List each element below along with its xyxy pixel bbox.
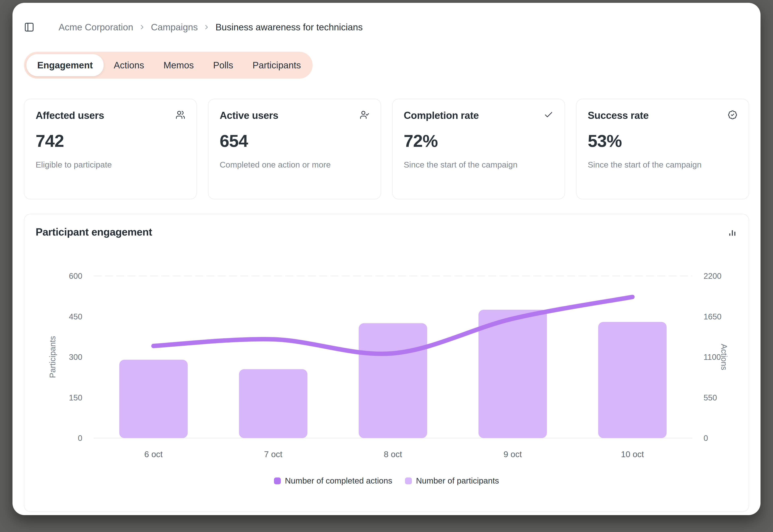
svg-text:10 oct: 10 oct (621, 450, 644, 459)
stat-cards-row: Affected users 742 Eligible to participa… (24, 99, 749, 199)
stat-card-title: Success rate (588, 110, 649, 121)
svg-text:6 oct: 6 oct (144, 450, 163, 459)
tab-actions[interactable]: Actions (104, 54, 153, 76)
svg-text:0: 0 (78, 434, 82, 442)
svg-text:Actions: Actions (720, 344, 729, 370)
stat-card-value: 742 (36, 131, 185, 151)
users-icon (175, 110, 185, 120)
check-icon (544, 110, 553, 120)
tab-memos[interactable]: Memos (154, 54, 203, 76)
stat-card-affected-users: Affected users 742 Eligible to participa… (24, 99, 197, 199)
chart-type-button[interactable] (727, 227, 737, 237)
tab-bar: Engagement Actions Memos Polls Participa… (24, 52, 313, 79)
tab-participants[interactable]: Participants (243, 54, 310, 76)
stat-card-value: 72% (404, 131, 553, 151)
legend-swatch-participants (405, 477, 412, 484)
panel-left-icon (24, 22, 34, 32)
breadcrumb: Acme Corporation Campaigns Business awar… (59, 22, 363, 33)
breadcrumb-item-acme-corporation[interactable]: Acme Corporation (59, 22, 133, 33)
stat-card-subtitle: Since the start of the campaign (588, 160, 737, 170)
chevron-right-icon (138, 24, 146, 31)
stat-card-title: Active users (220, 110, 278, 121)
svg-text:8 oct: 8 oct (384, 450, 402, 459)
svg-text:450: 450 (69, 312, 82, 321)
stat-card-completion-rate: Completion rate 72% Since the start of t… (392, 99, 565, 199)
legend-item-0: Number of completed actions (274, 476, 392, 486)
legend-label-completed-actions: Number of completed actions (285, 476, 392, 486)
chart-legend: Number of completed actions Number of pa… (36, 476, 737, 486)
svg-text:1650: 1650 (704, 312, 722, 321)
bar-chart-icon (727, 227, 737, 237)
stat-card-subtitle: Eligible to participate (36, 160, 185, 170)
participant-engagement-card: Participant engagement 01503004506000550… (24, 214, 749, 512)
stat-card-title: Completion rate (404, 110, 479, 121)
chevron-right-icon (203, 24, 210, 31)
svg-text:Participants: Participants (48, 336, 57, 378)
engagement-chart: 015030045060005501100165022006 oct7 oct8… (36, 247, 737, 472)
chart-title: Participant engagement (36, 226, 152, 238)
sidebar-toggle-button[interactable] (24, 22, 34, 32)
breadcrumb-item-campaigns[interactable]: Campaigns (151, 22, 198, 33)
svg-text:1100: 1100 (704, 353, 721, 361)
tab-engagement[interactable]: Engagement (26, 54, 104, 76)
legend-item-1: Number of participants (405, 476, 499, 486)
stat-card-subtitle: Completed one action or more (220, 160, 369, 170)
app-window: Acme Corporation Campaigns Business awar… (12, 3, 761, 515)
badge-check-icon (728, 110, 737, 120)
stat-card-active-users: Active users 654 Completed one action or… (208, 99, 381, 199)
stat-card-title: Affected users (36, 110, 104, 121)
svg-text:550: 550 (704, 393, 717, 402)
stat-card-value: 53% (588, 131, 737, 151)
stat-card-success-rate: Success rate 53% Since the start of the … (576, 99, 749, 199)
tab-polls[interactable]: Polls (204, 54, 243, 76)
breadcrumb-item-current-page: Business awareness for technicians (216, 22, 363, 33)
svg-text:2200: 2200 (704, 272, 722, 280)
legend-label-participants: Number of participants (416, 476, 499, 486)
legend-swatch-completed-actions (274, 477, 281, 484)
svg-text:0: 0 (704, 434, 708, 442)
topbar: Acme Corporation Campaigns Business awar… (24, 22, 749, 33)
svg-text:600: 600 (69, 272, 82, 280)
svg-text:150: 150 (69, 393, 82, 402)
stat-card-value: 654 (220, 131, 369, 151)
svg-text:300: 300 (69, 353, 82, 361)
user-check-icon (360, 110, 369, 120)
svg-text:7 oct: 7 oct (264, 450, 283, 459)
stat-card-subtitle: Since the start of the campaign (404, 160, 553, 170)
svg-text:9 oct: 9 oct (503, 450, 522, 459)
